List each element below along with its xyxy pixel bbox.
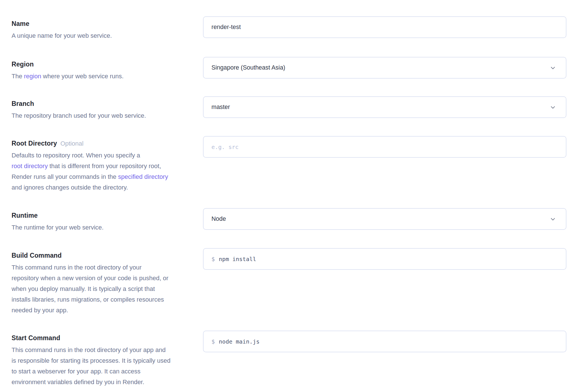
start-command-description: This command runs in the root directory … [12, 345, 198, 387]
branch-select[interactable]: master [203, 96, 566, 118]
build-command-description: This command runs in the root directory … [12, 262, 198, 316]
runtime-info: Runtime The runtime for your web service… [12, 211, 198, 233]
runtime-description: The runtime for your web service. [12, 222, 198, 233]
start-command-info: Start Command This command runs in the r… [12, 334, 198, 387]
start-command-desc-line4: environment variables defined by you in … [12, 377, 198, 387]
region-select-value: Singapore (Southeast Asia) [211, 64, 285, 71]
build-command-desc-line3: when you deploy manually. It is typicall… [12, 284, 198, 294]
root-directory-desc-line1: Defaults to repository root. When you sp… [12, 150, 198, 161]
region-description: The region where your web service runs. [12, 71, 198, 82]
chevron-down-icon [550, 64, 556, 71]
start-command-field: $ [203, 331, 566, 352]
build-command-info: Build Command This command runs in the r… [12, 251, 198, 316]
root-directory-label: Root Directory [12, 140, 57, 147]
specified-directory-link[interactable]: specified directory [118, 173, 168, 180]
root-directory-input[interactable] [211, 137, 558, 157]
region-desc-post: where your web service runs. [41, 73, 123, 80]
branch-select-value: master [211, 104, 230, 111]
region-select[interactable]: Singapore (Southeast Asia) [203, 57, 566, 79]
optional-badge: Optional [60, 140, 83, 147]
start-command-input[interactable] [219, 331, 558, 352]
root-directory-desc-line4: and ignores changes outside the director… [12, 182, 198, 193]
branch-label: Branch [12, 100, 34, 107]
runtime-select[interactable]: Node [203, 208, 566, 230]
branch-info: Branch The repository branch used for yo… [12, 100, 198, 121]
runtime-select-value: Node [211, 215, 226, 222]
shell-prompt-prefix: $ [211, 338, 215, 345]
name-field [203, 16, 566, 38]
chevron-down-icon [550, 216, 556, 222]
start-command-desc-line3: to start a webserver for your app. It ca… [12, 366, 198, 377]
root-directory-description: Defaults to repository root. When you sp… [12, 150, 198, 193]
root-directory-desc-line3: Render runs all your commands in the spe… [12, 172, 198, 182]
build-command-label: Build Command [12, 252, 62, 259]
build-command-input[interactable] [219, 249, 558, 269]
root-directory-desc-line3-pre: Render runs all your commands in the [12, 173, 118, 180]
region-desc-pre: The [12, 73, 24, 80]
root-directory-field [203, 136, 566, 158]
build-command-field: $ [203, 248, 566, 270]
name-label: Name [12, 20, 29, 27]
region-label: Region [12, 61, 34, 68]
shell-prompt-prefix: $ [211, 256, 215, 262]
build-command-desc-line2: repository when a new version of your co… [12, 273, 198, 284]
name-description: A unique name for your web service. [12, 30, 198, 41]
name-input[interactable] [211, 17, 558, 37]
build-command-desc-line5: needed by your app. [12, 305, 198, 316]
root-directory-link[interactable]: root directory [12, 162, 48, 170]
root-directory-info: Root DirectoryOptional Defaults to repos… [12, 139, 198, 193]
root-directory-desc-line2: root directory that is different from yo… [12, 161, 198, 172]
chevron-down-icon [550, 104, 556, 111]
build-command-desc-line4: installs libraries, runs migrations, or … [12, 294, 198, 305]
start-command-label: Start Command [12, 334, 60, 342]
start-command-desc-line1: This command runs in the root directory … [12, 345, 198, 355]
start-command-desc-line2: is responsible for starting its processe… [12, 355, 198, 366]
build-command-desc-line1: This command runs in the root directory … [12, 262, 198, 273]
name-info: Name A unique name for your web service. [12, 20, 198, 41]
root-directory-desc-line2-rest: that is different from your repository r… [48, 162, 161, 170]
region-link[interactable]: region [24, 73, 41, 80]
region-info: Region The region where your web service… [12, 60, 198, 82]
runtime-label: Runtime [12, 212, 38, 219]
branch-description: The repository branch used for your web … [12, 110, 198, 121]
